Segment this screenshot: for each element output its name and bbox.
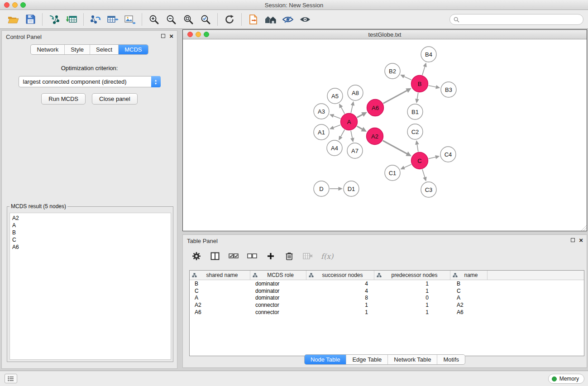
graph-node-A1[interactable]: A1 bbox=[314, 124, 329, 140]
annotation-eye-button[interactable] bbox=[279, 12, 296, 27]
zoom-selected-button[interactable] bbox=[197, 12, 214, 27]
graph-edge-C-C2[interactable] bbox=[417, 144, 418, 152]
graph-node-C4[interactable]: C4 bbox=[440, 147, 456, 162]
graph-node-B1[interactable]: B1 bbox=[407, 104, 423, 119]
result-item[interactable]: A2 bbox=[12, 214, 168, 222]
graph-edge-A-A4[interactable] bbox=[340, 130, 344, 137]
graph-edge-A-A3[interactable] bbox=[333, 116, 341, 119]
tab-motifs[interactable]: Motifs bbox=[437, 355, 465, 364]
table-row[interactable]: A6connector11A6 bbox=[190, 309, 584, 316]
network-graph[interactable]: B4B2BB3A5A8A6A3B1AC2A1A2A4A7C4CC1DD1C3 bbox=[183, 39, 587, 231]
tab-mcds[interactable]: MCDS bbox=[119, 45, 148, 54]
close-table-panel-icon[interactable]: × bbox=[579, 238, 583, 243]
network-window-titlebar[interactable]: testGlobe.txt bbox=[183, 30, 587, 39]
graph-node-A3[interactable]: A3 bbox=[314, 104, 329, 119]
graph-node-A5[interactable]: A5 bbox=[327, 88, 343, 104]
graph-edge-C-C4[interactable] bbox=[429, 157, 436, 159]
graph-edge-A-A5[interactable] bbox=[341, 107, 344, 114]
graph-node-B3[interactable]: B3 bbox=[441, 82, 456, 97]
column-header-name[interactable]: name bbox=[450, 271, 488, 280]
criterion-dropdown[interactable]: largest connected component (directed) ▲… bbox=[19, 76, 161, 87]
graph-edge-A-A2[interactable] bbox=[357, 126, 363, 129]
deselect-all-columns-button[interactable] bbox=[247, 250, 258, 262]
column-header-successor-nodes[interactable]: successor nodes bbox=[306, 271, 374, 280]
network-document-button[interactable] bbox=[245, 12, 262, 27]
function-builder-button[interactable]: f(x) bbox=[321, 250, 333, 262]
run-mcds-button[interactable]: Run MCDS bbox=[41, 93, 86, 105]
graph-node-C[interactable]: C bbox=[411, 152, 428, 169]
float-panel-icon[interactable] bbox=[161, 34, 165, 38]
graph-edge-B-B2[interactable] bbox=[404, 76, 411, 80]
column-header-predecessor-nodes[interactable]: predecessor nodes bbox=[374, 271, 450, 280]
graph-edge-A-A1[interactable] bbox=[333, 125, 341, 128]
close-panel-button[interactable]: Close panel bbox=[92, 93, 138, 105]
save-session-button[interactable] bbox=[22, 12, 39, 27]
import-network-button[interactable] bbox=[46, 12, 63, 27]
result-item[interactable]: A bbox=[12, 222, 168, 229]
show-columns-button[interactable] bbox=[210, 250, 220, 262]
graph-edge-B-B1[interactable] bbox=[417, 93, 418, 100]
create-column-button[interactable] bbox=[265, 250, 276, 262]
network-canvas[interactable]: B4B2BB3A5A8A6A3B1AC2A1A2A4A7C4CC1DD1C3 bbox=[183, 39, 587, 231]
table-row[interactable]: Bdominator41B bbox=[190, 280, 584, 287]
resize-grip[interactable] bbox=[581, 225, 587, 231]
search-box[interactable] bbox=[449, 14, 583, 25]
table-row[interactable]: Cdominator41C bbox=[190, 287, 584, 295]
zoom-out-button[interactable] bbox=[163, 12, 180, 27]
graph-edge-C-C1[interactable] bbox=[404, 164, 411, 167]
delete-column-button[interactable] bbox=[284, 250, 295, 262]
node-table[interactable]: shared nameMCDS rolesuccessor nodesprede… bbox=[189, 270, 584, 356]
tab-node-table[interactable]: Node Table bbox=[305, 355, 347, 364]
show-graphics-details-button[interactable] bbox=[296, 12, 314, 27]
tab-network-table[interactable]: Network Table bbox=[388, 355, 437, 364]
zoom-fit-button[interactable] bbox=[180, 12, 197, 27]
export-image-button[interactable] bbox=[121, 12, 139, 27]
tab-network[interactable]: Network bbox=[31, 45, 65, 54]
graph-node-A7[interactable]: A7 bbox=[347, 143, 363, 158]
float-table-panel-icon[interactable] bbox=[571, 238, 575, 242]
result-item[interactable]: A6 bbox=[12, 243, 168, 251]
import-table-button[interactable] bbox=[63, 12, 80, 27]
graph-edge-B-B4[interactable] bbox=[422, 66, 425, 75]
table-settings-button[interactable] bbox=[191, 250, 202, 262]
graph-node-B2[interactable]: B2 bbox=[385, 63, 400, 79]
graph-edge-C-C3[interactable] bbox=[422, 169, 425, 178]
graph-node-A4[interactable]: A4 bbox=[327, 140, 342, 156]
graph-node-A[interactable]: A bbox=[341, 114, 358, 130]
zoom-in-button[interactable] bbox=[145, 12, 163, 27]
home-view-button[interactable] bbox=[262, 12, 279, 27]
graph-node-C3[interactable]: C3 bbox=[421, 182, 436, 197]
graph-node-A2[interactable]: A2 bbox=[367, 128, 383, 145]
tab-edge-table[interactable]: Edge Table bbox=[346, 355, 388, 364]
tab-style[interactable]: Style bbox=[65, 45, 90, 54]
export-table-button[interactable] bbox=[104, 12, 121, 27]
graph-node-B4[interactable]: B4 bbox=[421, 47, 436, 62]
graph-edge-A-A8[interactable] bbox=[351, 105, 353, 113]
result-item[interactable]: C bbox=[12, 236, 168, 243]
tab-select[interactable]: Select bbox=[90, 45, 119, 54]
graph-node-D1[interactable]: D1 bbox=[344, 181, 359, 196]
task-history-button[interactable] bbox=[5, 374, 17, 383]
graph-edge-A6-B[interactable] bbox=[383, 91, 407, 104]
open-session-button[interactable] bbox=[5, 12, 22, 27]
export-network-button[interactable] bbox=[87, 12, 104, 27]
memory-button[interactable]: Memory bbox=[548, 374, 584, 384]
search-input[interactable] bbox=[462, 15, 583, 24]
graph-node-C1[interactable]: C1 bbox=[385, 165, 400, 181]
graph-node-B[interactable]: B bbox=[411, 76, 428, 92]
close-panel-icon[interactable]: × bbox=[169, 33, 173, 38]
graph-node-A6[interactable]: A6 bbox=[367, 100, 384, 116]
select-all-columns-button[interactable] bbox=[228, 250, 239, 262]
delete-table-button[interactable] bbox=[302, 250, 313, 262]
graph-edge-A-A6[interactable] bbox=[357, 114, 363, 118]
graph-edge-A-A7[interactable] bbox=[351, 131, 353, 138]
table-row[interactable]: Adominator80A bbox=[190, 295, 584, 302]
graph-edge-A2-C[interactable] bbox=[383, 141, 407, 154]
column-header-shared-name[interactable]: shared name bbox=[190, 271, 250, 280]
apply-preferred-layout-button[interactable] bbox=[221, 12, 238, 27]
result-item[interactable]: B bbox=[12, 229, 168, 236]
graph-node-C2[interactable]: C2 bbox=[407, 124, 423, 139]
graph-node-A8[interactable]: A8 bbox=[348, 85, 363, 100]
column-header-MCDS-role[interactable]: MCDS role bbox=[250, 271, 306, 280]
graph-edge-B-B3[interactable] bbox=[429, 86, 436, 87]
